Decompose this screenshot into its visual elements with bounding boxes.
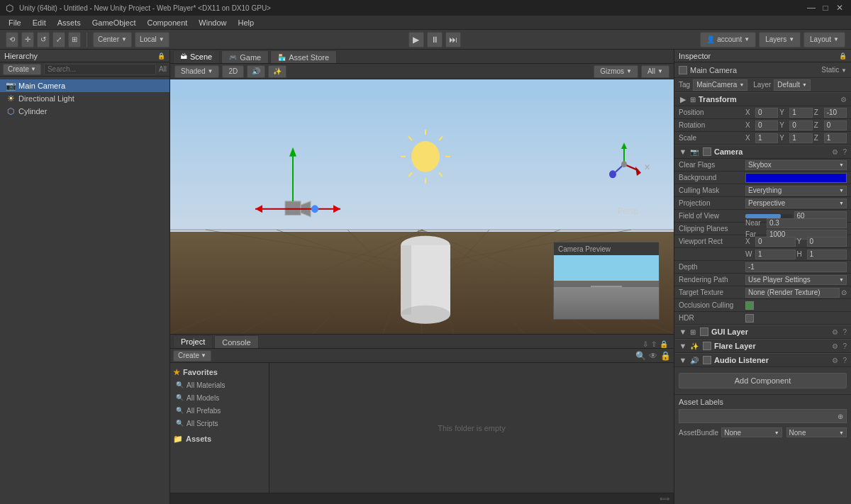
flare-layer-active-checkbox[interactable]	[703, 342, 711, 350]
rendering-path-dropdown[interactable]: Use Player Settings ▼	[745, 275, 847, 285]
fav-all-prefabs[interactable]: 🔍 All Prefabs	[170, 404, 269, 417]
hierarchy-item-cylinder[interactable]: ⬡ Cylinder	[0, 105, 169, 118]
fov-slider[interactable]	[745, 214, 793, 218]
all-layers-dropdown[interactable]: All ▼	[641, 65, 669, 78]
flare-layer-help-icon[interactable]: ?	[842, 342, 847, 350]
rotation-x-field[interactable]: 0	[755, 121, 778, 130]
asset-bundle-dropdown-1[interactable]: None ▼	[721, 427, 782, 437]
tag-dropdown[interactable]: MainCamera ▼	[693, 79, 747, 91]
depth-field[interactable]: -1	[745, 262, 847, 272]
position-y-field[interactable]: 1	[789, 108, 812, 118]
asset-labels-field[interactable]: ⊕	[679, 409, 847, 423]
collapse-icon[interactable]: ⇩	[643, 340, 648, 348]
near-field[interactable]: 0.3	[767, 218, 847, 228]
audio-listener-help-icon[interactable]: ?	[842, 357, 847, 364]
minimize-btn[interactable]: —	[806, 2, 817, 13]
center-btn[interactable]: Center ▼	[93, 32, 132, 47]
transform-move-btn[interactable]: ✛	[21, 32, 34, 47]
shaded-dropdown[interactable]: Shaded ▼	[174, 65, 219, 78]
menu-gameobject[interactable]: GameObject	[87, 17, 142, 28]
background-color-field[interactable]	[745, 173, 847, 183]
layers-dropdown[interactable]: Layers ▼	[759, 32, 801, 47]
target-texture-dropdown[interactable]: None (Render Texture)	[745, 288, 840, 298]
hierarchy-item-main-camera[interactable]: 📷 Main Camera	[0, 79, 169, 92]
eye-icon[interactable]: 👁	[649, 351, 657, 361]
occlusion-checkbox[interactable]	[745, 301, 754, 310]
gizmos-dropdown[interactable]: Gizmos ▼	[594, 65, 638, 78]
tab-asset-store[interactable]: 🏪 Asset Store	[270, 50, 337, 63]
account-dropdown[interactable]: 👤 account ▼	[700, 32, 756, 47]
hierarchy-item-directional-light[interactable]: ☀ Directional Light	[0, 92, 169, 105]
layout-dropdown[interactable]: Layout ▼	[803, 32, 845, 47]
fav-all-models[interactable]: 🔍 All Models	[170, 391, 269, 404]
camera-active-checkbox[interactable]	[703, 147, 711, 156]
fav-all-scripts[interactable]: 🔍 All Scripts	[170, 417, 269, 430]
fx-btn[interactable]: ✨	[268, 65, 287, 78]
inspector-lock-icon[interactable]: 🔒	[839, 52, 847, 60]
audio-listener-settings-icon[interactable]: ⚙	[832, 357, 838, 364]
transform-settings-icon[interactable]: ⚙	[840, 96, 847, 103]
menu-help[interactable]: Help	[232, 17, 260, 28]
position-x-field[interactable]: 0	[755, 108, 778, 118]
add-component-button[interactable]: Add Component	[679, 373, 847, 388]
lock-icon[interactable]: 🔒	[660, 351, 671, 361]
position-z-field[interactable]: -10	[824, 108, 847, 118]
hdr-checkbox[interactable]	[745, 314, 754, 323]
camera-settings-icon[interactable]: ⚙	[832, 148, 838, 156]
viewport-x-field[interactable]: 0	[755, 237, 796, 247]
hierarchy-search[interactable]	[44, 64, 156, 75]
local-btn[interactable]: Local ▼	[135, 32, 169, 47]
gui-layer-header[interactable]: ▼ ⊞ GUI Layer ⚙ ?	[674, 325, 851, 339]
tab-game[interactable]: 🎮 Game	[221, 50, 269, 63]
assets-section[interactable]: 📁 Assets	[170, 432, 269, 445]
2d-btn[interactable]: 2D	[222, 65, 244, 78]
scale-x-field[interactable]: 1	[755, 133, 778, 143]
transform-component-header[interactable]: ▶ ⊞ Transform ⚙	[674, 92, 851, 106]
tab-scene[interactable]: 🏔 Scene	[173, 50, 220, 63]
scale-y-field[interactable]: 1	[789, 133, 812, 143]
hierarchy-create-btn[interactable]: Create ▼	[3, 64, 41, 75]
tab-console[interactable]: Console	[214, 335, 258, 348]
layer-dropdown[interactable]: Default ▼	[774, 79, 811, 91]
viewport-h-field[interactable]: 1	[807, 250, 847, 259]
audio-listener-header[interactable]: ▼ 🔊 Audio Listener ⚙ ?	[674, 353, 851, 367]
play-btn[interactable]: ▶	[408, 32, 424, 47]
audio-btn[interactable]: 🔊	[247, 65, 265, 78]
projection-dropdown[interactable]: Perspective ▼	[745, 198, 847, 208]
transform-hand-btn[interactable]: ⟲	[6, 32, 18, 47]
asset-bundle-dropdown-2[interactable]: None ▼	[786, 427, 847, 437]
flare-layer-settings-icon[interactable]: ⚙	[832, 342, 838, 350]
tab-project[interactable]: Project	[173, 335, 213, 348]
transform-rotate-btn[interactable]: ↺	[37, 32, 50, 47]
menu-window[interactable]: Window	[193, 17, 232, 28]
slider-icon[interactable]: ⟺	[660, 495, 669, 503]
favorites-section[interactable]: ★ Favorites	[170, 366, 269, 379]
transform-rect-btn[interactable]: ⊞	[68, 32, 81, 47]
viewport-w-field[interactable]: 1	[755, 250, 796, 259]
hierarchy-header[interactable]: Hierarchy 🔒	[0, 50, 169, 62]
object-active-checkbox[interactable]	[679, 66, 687, 74]
menu-assets[interactable]: Assets	[52, 17, 87, 28]
gui-layer-settings-icon[interactable]: ⚙	[832, 328, 838, 336]
pause-btn[interactable]: ⏸	[427, 32, 443, 47]
add-label-icon[interactable]: ⊕	[838, 413, 843, 420]
clear-flags-dropdown[interactable]: Skybox ▼	[745, 160, 847, 170]
rotation-z-field[interactable]: 0	[824, 121, 847, 130]
camera-help-icon[interactable]: ?	[842, 148, 847, 156]
target-texture-select-icon[interactable]: ⊙	[841, 289, 847, 296]
scale-z-field[interactable]: 1	[824, 133, 847, 143]
static-dropdown[interactable]: Static ▼	[821, 66, 847, 74]
audio-listener-active-checkbox[interactable]	[703, 356, 711, 364]
step-btn[interactable]: ⏭	[445, 32, 461, 47]
flare-layer-header[interactable]: ▼ ✨ Flare Layer ⚙ ?	[674, 339, 851, 353]
expand-icon[interactable]: ⇧	[651, 340, 657, 348]
gui-layer-help-icon[interactable]: ?	[842, 328, 847, 336]
camera-component-header[interactable]: ▼ 📷 Camera ⚙ ?	[674, 145, 851, 159]
fav-all-materials[interactable]: 🔍 All Materials	[170, 379, 269, 391]
scene-view[interactable]: Persp	[170, 79, 674, 334]
menu-file[interactable]: File	[3, 17, 27, 28]
maximize-btn[interactable]: □	[820, 2, 831, 13]
rotation-y-field[interactable]: 0	[789, 121, 812, 130]
lock-icon[interactable]: 🔒	[660, 340, 668, 348]
menu-component[interactable]: Component	[141, 17, 193, 28]
